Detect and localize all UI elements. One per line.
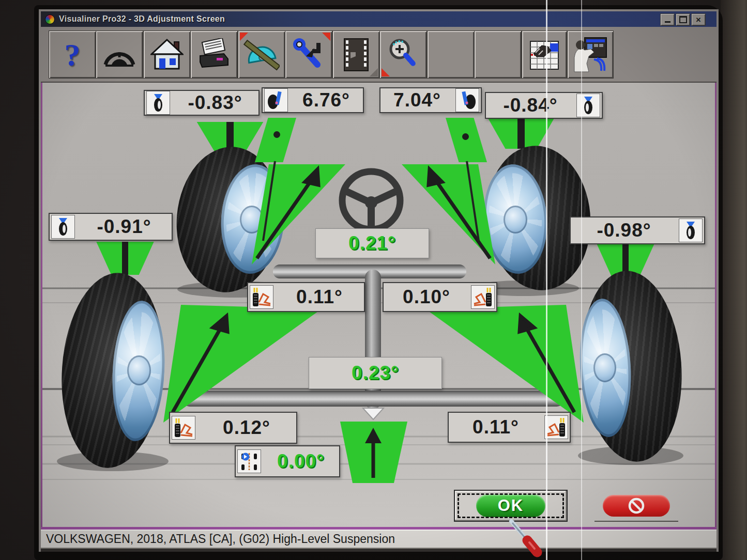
vehicle-description: VOLKSWAGEN, 2018, ATLAS [CA], (G02) High… [46, 532, 395, 546]
marker-icon [322, 33, 330, 41]
hub-front-right [504, 206, 527, 234]
rear-right-toe-value: 0.11° [449, 416, 543, 438]
marker-icon [382, 68, 390, 76]
print-button[interactable] [191, 31, 237, 78]
window-controls: ✕ [659, 13, 706, 26]
mechanic-console-icon [573, 37, 607, 73]
adjustment-screen-button[interactable] [238, 31, 285, 78]
minimize-button[interactable] [660, 13, 675, 26]
cancel-button-pill [603, 495, 670, 517]
marker-icon [370, 68, 378, 76]
front-right-caster-label: 7.04° [379, 87, 482, 113]
minimize-icon [665, 17, 670, 23]
maximize-button[interactable] [676, 13, 690, 26]
hub-front-left [240, 206, 264, 234]
video-button[interactable] [333, 31, 379, 78]
maximize-icon [679, 16, 687, 23]
rear-left-toe-value: 0.12° [197, 417, 296, 439]
rear-total-toe-value: 0.23° [309, 362, 441, 384]
camber-icon [679, 219, 703, 242]
table-handshake-icon [528, 38, 560, 71]
protractor-icon [243, 39, 280, 71]
camber-icon [146, 91, 170, 115]
close-icon: ✕ [696, 16, 702, 24]
magnifier-icon [386, 38, 420, 72]
front-left-caster-label: 6.76° [262, 87, 364, 113]
app-logo-icon [45, 14, 55, 24]
active-marker-icon [240, 33, 248, 41]
rear-total-toe-label: 0.23° [309, 357, 442, 389]
window-title: Visualiner Pro32 - 3D Adjustment Screen [59, 14, 225, 24]
toe-icon [250, 285, 273, 309]
help-button[interactable]: ? [49, 31, 96, 78]
specifications-button[interactable] [522, 31, 567, 78]
help-question-icon: ? [65, 39, 81, 71]
monitor-bezel-right [721, 0, 747, 560]
film-strip-icon [341, 38, 371, 72]
tools-button[interactable] [285, 31, 332, 78]
blank-button-2[interactable] [475, 31, 521, 78]
wrench-arrow-icon [292, 38, 326, 72]
hub-rear-right [593, 353, 616, 382]
screwdriver-cursor [504, 516, 545, 560]
window-bottom-edge [41, 549, 716, 552]
rear-left-toe-label: 0.12° [169, 412, 297, 444]
service-button[interactable] [568, 31, 613, 78]
close-button[interactable]: ✕ [691, 13, 706, 26]
front-right-camber-label: -0.84° [485, 92, 603, 119]
front-left-camber-value: -0.83° [172, 92, 258, 114]
front-left-caster-value: 6.76° [289, 89, 363, 111]
blank-button-1[interactable] [428, 31, 474, 78]
toe-icon [172, 416, 195, 440]
camber-icon [51, 215, 75, 239]
status-bar: VOLKSWAGEN, 2018, ATLAS [CA], (G02) High… [41, 530, 716, 549]
front-right-toe-label: 0.10° [383, 282, 497, 312]
rear-right-camber-value: -0.98° [571, 220, 677, 241]
toe-icon [471, 285, 495, 309]
measurements-button[interactable] [96, 31, 143, 78]
rear-left-camber-value: -0.91° [77, 216, 172, 238]
zoom-button[interactable] [380, 31, 426, 78]
front-left-toe-value: 0.11° [275, 286, 364, 308]
rear-right-toe-label: 0.11° [448, 412, 571, 443]
thrust-angle-icon [237, 449, 261, 473]
rear-left-camber-label: -0.91° [49, 213, 173, 241]
thrust-angle-label: 0.00° [235, 445, 340, 477]
monitor-photo: Visualiner Pro32 - 3D Adjustment Screen … [0, 0, 747, 560]
home-button[interactable] [144, 31, 190, 78]
front-left-toe-label: 0.11° [247, 282, 365, 312]
focus-ring [458, 493, 564, 518]
printer-icon [197, 38, 231, 71]
front-total-toe-label: 0.21° [315, 228, 429, 258]
front-left-camber-label: -0.83° [144, 90, 260, 116]
thrust-angle-value: 0.00° [263, 450, 339, 472]
cancel-button[interactable] [594, 491, 678, 522]
gauge-icon [101, 39, 138, 71]
toe-icon [544, 415, 568, 439]
front-right-camber-value: -0.84° [486, 95, 575, 116]
front-total-toe-value: 0.21° [316, 232, 429, 254]
front-right-caster-value: 7.04° [380, 89, 454, 111]
caster-icon [455, 88, 479, 112]
title-bar: Visualiner Pro32 - 3D Adjustment Screen [41, 11, 716, 27]
front-right-toe-value: 0.10° [384, 286, 469, 308]
caster-icon [264, 88, 288, 112]
no-entry-icon [627, 496, 646, 516]
hub-rear-left [127, 355, 151, 385]
caster-dot-icon [273, 131, 280, 138]
caster-dot-icon [462, 133, 469, 140]
rear-right-camber-label: -0.98° [570, 216, 705, 244]
camber-icon [576, 94, 600, 117]
home-icon [150, 39, 184, 71]
